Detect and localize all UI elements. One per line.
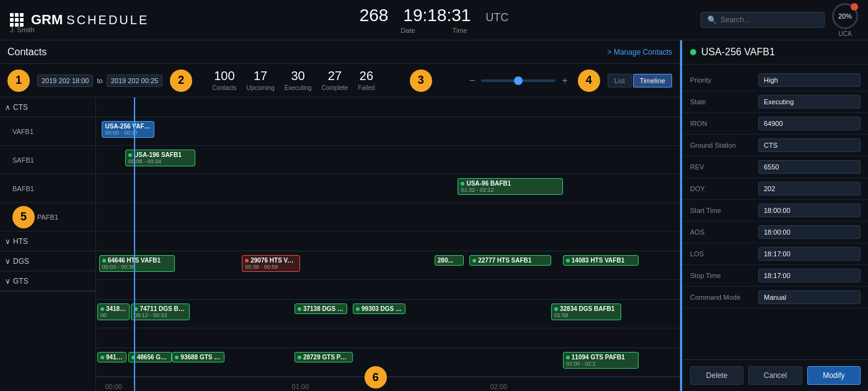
list-view-button[interactable]: List — [608, 74, 632, 88]
contact-block-11094-gts[interactable]: 11094 GTS PAFB1 02:00 - 02:2 — [563, 352, 639, 369]
contact-block-32834-dgs[interactable]: 32834 DGS BAFB1 01:58 — [551, 303, 621, 320]
controls-bar: 1 2019 202 18:00 to 2019 202 00:25 2 100… — [0, 64, 680, 97]
cts-group-header-row — [96, 97, 680, 117]
app-name: GRM — [31, 12, 63, 28]
cancel-button[interactable]: Cancel — [748, 366, 802, 385]
timeline-view-button[interactable]: Timeline — [633, 74, 672, 88]
contact-block-usa96-bafb1[interactable]: USA-96 BAFB1 01:32 - 02:12 — [458, 178, 562, 195]
user-label: J. Smith — [10, 26, 35, 34]
zoom-in-button[interactable]: + — [559, 75, 570, 86]
contact-name: 11094 GTS PAFB1 — [566, 354, 636, 361]
contact-block-99303-dgs[interactable]: 99303 DGS VAFB1 — [353, 303, 405, 314]
field-row: REV6550 — [683, 156, 868, 178]
field-row: Ground StationCTS — [683, 135, 868, 156]
contact-block-22777-hts[interactable]: 22777 HTS SAFB1 — [469, 255, 551, 266]
callout-6: 6 — [365, 366, 387, 389]
contact-block-29076-hts[interactable]: 29076 HTS VAFB1 00:38 - 00:59 — [242, 255, 300, 272]
date-range: 2019 202 18:00 to 2019 202 00:25 — [37, 74, 162, 87]
contact-name: 22777 HTS SAFB1 — [472, 257, 548, 264]
zoom-out-button[interactable]: − — [467, 75, 477, 86]
contact-name: 99303 DGS VAFB1 — [356, 305, 402, 312]
hts-group-header-row — [96, 231, 680, 251]
contact-time: 00:08 - 00:34 — [128, 158, 192, 164]
app-subtitle: SCHEDULE — [66, 13, 149, 27]
contact-time: 00:38 - 00:59 — [245, 264, 297, 270]
tl-row-vafb1: USA-256 VAFB1 00:00 - 00:17 — [96, 117, 680, 146]
contact-time: 01:58 — [554, 312, 618, 318]
row-label-vafb1: VAFB1 — [0, 117, 95, 146]
field-value: CTS — [758, 138, 861, 152]
contact-time: 01:32 - 02:12 — [461, 187, 559, 193]
callout-4: 4 — [578, 70, 600, 92]
tl-row-safb1: USA-196 SAFB1 00:08 - 00:34 — [96, 146, 680, 174]
stat-upcoming-label: Upcoming — [247, 84, 275, 91]
field-label: Start Time — [690, 207, 758, 214]
group-header-hts[interactable]: ∨ HTS — [0, 231, 95, 251]
contact-block-37138-dgs[interactable]: 37138 DGS PAFB1 — [294, 303, 347, 314]
field-label: Ground Station — [690, 142, 758, 149]
delete-button[interactable]: Delete — [690, 366, 743, 385]
field-row: AOS18:00:00 — [683, 222, 868, 243]
group-header-cts[interactable]: ∧ CTS — [0, 97, 95, 117]
zoom-slider[interactable] — [481, 79, 556, 82]
contact-time: 00 — [100, 312, 126, 318]
detail-fields: PriorityHighStateExecutingIRON64900Groun… — [683, 65, 868, 359]
time-label: Time — [453, 27, 467, 34]
header-right: 🔍 20% UCA — [701, 3, 858, 37]
field-label: REV — [690, 163, 758, 171]
field-label: DOY — [690, 185, 758, 192]
callout-1: 1 — [7, 70, 30, 92]
contact-block-usa256-vafb1[interactable]: USA-256 VAFB1 00:00 - 00:17 — [102, 121, 154, 138]
field-value: 18:17:00 — [758, 247, 861, 261]
contact-block-94130-gts[interactable]: 94130 GT... — [97, 352, 126, 362]
contact-block-usa196-safb1[interactable]: USA-196 SAFB1 00:08 - 00:34 — [125, 150, 195, 166]
gts-group-header-row — [96, 328, 680, 348]
detail-panel: USA-256 VAFB1 PriorityHighStateExecuting… — [682, 40, 868, 391]
contact-block-93688-gts[interactable]: 93688 GTS VAFB1 — [172, 352, 224, 362]
contact-block-28729-gts[interactable]: 28729 GTS PAFB1 — [294, 352, 353, 362]
date-from: 2019 202 18:00 — [37, 74, 93, 87]
field-label: IRON — [690, 120, 758, 127]
date-to: 2019 202 00:25 — [107, 74, 162, 87]
manage-contacts-link[interactable]: Manage Contacts — [608, 48, 672, 56]
field-row: LOS18:17:00 — [683, 243, 868, 265]
row-label-safb1: SAFB1 — [0, 146, 95, 174]
group-header-gts[interactable]: ∨ GTS — [0, 271, 95, 291]
utc-label: UTC — [485, 11, 508, 24]
stat-executing-label: Executing — [285, 84, 312, 91]
contact-block-34184-dgs[interactable]: 34184 DG... 00 — [97, 303, 130, 320]
stat-contacts-label: Contacts — [212, 84, 236, 91]
contact-time: 00:12 - 00:33 — [134, 312, 186, 318]
gts-label: GTS — [13, 277, 29, 285]
contact-name: 48656 GTS SA... — [131, 354, 169, 361]
stat-executing: 30 Executing — [285, 69, 312, 92]
contact-block-64646-hts[interactable]: 64646 HTS VAFB1 00:03 - 00:36 — [99, 255, 175, 272]
contact-name: 74711 DGS BAFB1 — [134, 305, 186, 312]
search-input[interactable] — [720, 16, 818, 24]
contact-block-14083-hts[interactable]: 14083 HTS VAFB1 — [563, 255, 639, 266]
group-header-dgs[interactable]: ∨ DGS — [0, 251, 95, 271]
field-value: 18:00:00 — [758, 204, 861, 217]
field-value: 6550 — [758, 160, 861, 174]
search-box[interactable]: 🔍 — [701, 12, 825, 28]
dgs-arrow: ∨ — [5, 257, 11, 266]
stat-upcoming: 17 Upcoming — [247, 69, 275, 92]
modify-button[interactable]: Modify — [807, 366, 861, 385]
time-tick-0200: 02:00 — [490, 383, 508, 390]
stat-complete-label: Complete — [322, 84, 348, 91]
contact-name: USA-256 VAFB1 — [105, 123, 151, 130]
contact-block-74711-dgs[interactable]: 74711 DGS BAFB1 00:12 - 00:33 — [131, 303, 189, 320]
uca-label: UCA — [838, 30, 851, 37]
contact-name: USA-96 BAFB1 — [461, 180, 559, 187]
detail-header: USA-256 VAFB1 — [683, 40, 868, 65]
contact-block-280-hts[interactable]: 280... — [435, 255, 464, 266]
field-label: Priority — [690, 76, 758, 84]
field-row: StateExecuting — [683, 91, 868, 113]
callout-5: 5 — [12, 206, 35, 228]
tl-row-hts: 64646 HTS VAFB1 00:03 - 00:36 29076 HTS … — [96, 251, 680, 280]
contact-name: 94130 GT... — [100, 354, 123, 361]
stat-complete: 27 Complete — [322, 69, 348, 92]
field-row: Stop Time18:17:00 — [683, 265, 868, 287]
time-value: 19:18:31 — [403, 6, 471, 25]
field-row: DOY202 — [683, 178, 868, 200]
